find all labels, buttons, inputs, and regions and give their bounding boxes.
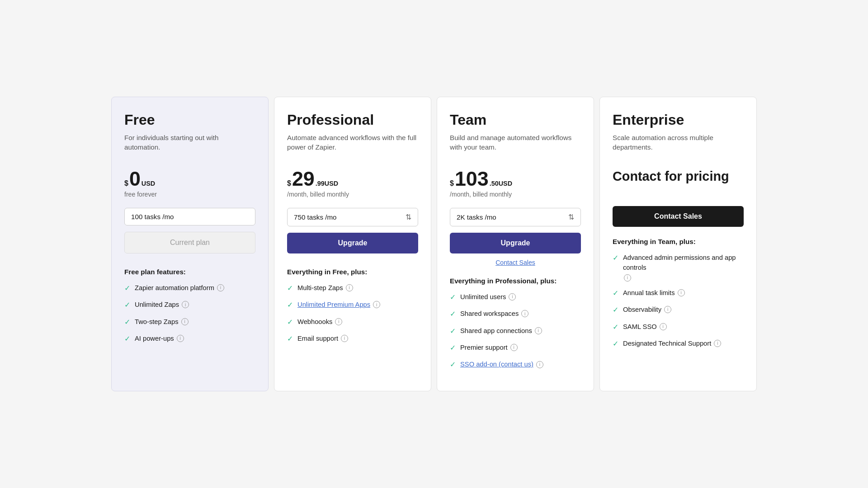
plan-pro-usd: .99USD: [316, 180, 338, 187]
check-icon-team-1: ✓: [450, 292, 456, 302]
info-icon-ent-4[interactable]: i: [660, 323, 667, 330]
plan-team-dollar: $: [450, 180, 454, 187]
info-icon-ent-2[interactable]: i: [678, 289, 685, 296]
check-icon-ent-4: ✓: [613, 322, 618, 332]
info-icon-ent-5[interactable]: i: [714, 340, 721, 347]
feature-free-2-text: Unlimited Zaps: [135, 300, 179, 310]
plan-enterprise-desc: Scale automation across multiple departm…: [613, 133, 744, 158]
feature-enterprise-5: ✓ Designated Technical Support i: [613, 338, 744, 349]
plan-team-features: Everything in Professional, plus: ✓ Unli…: [450, 277, 581, 376]
feature-enterprise-3: ✓ Observability i: [613, 305, 744, 315]
plan-professional: Professional Automate advanced workflows…: [274, 97, 431, 391]
plan-enterprise-features-label: Everything in Team, plus:: [613, 238, 744, 245]
plan-free-tasks-label: 100 tasks /mo: [131, 213, 174, 221]
feature-free-1-text: Zapier automation platform: [135, 283, 214, 293]
plan-team-usd: .50USD: [490, 180, 512, 187]
feature-pro-1: ✓ Multi-step Zaps i: [287, 283, 418, 293]
team-contact-sales-link[interactable]: Contact Sales: [450, 259, 581, 266]
info-icon-ent-1[interactable]: i: [624, 274, 631, 282]
team-upgrade-button[interactable]: Upgrade: [450, 233, 581, 253]
plan-team-tasks-label: 2K tasks /mo: [457, 213, 496, 221]
info-icon-4[interactable]: i: [177, 335, 184, 342]
feature-enterprise-2: ✓ Annual task limits i: [613, 288, 744, 298]
enterprise-contact-sales-button[interactable]: Contact Sales: [613, 206, 744, 227]
info-icon-pro-2[interactable]: i: [373, 301, 380, 308]
info-icon-team-2[interactable]: i: [521, 310, 528, 317]
plan-team-name: Team: [450, 112, 581, 128]
plan-pro-price-section: $ 29 .99USD /month, billed monthly: [287, 169, 418, 198]
plan-pro-features-label: Everything in Free, plus:: [287, 268, 418, 276]
feature-enterprise-1-text: Advanced admin permissions and app contr…: [623, 253, 744, 272]
check-icon-ent-1: ✓: [613, 253, 618, 263]
info-icon-pro-3[interactable]: i: [335, 318, 342, 325]
feature-enterprise-2-text: Annual task limits: [623, 288, 675, 298]
feature-team-5: ✓ SSO add-on (contact us) i: [450, 359, 581, 370]
plan-free-price-display: $ 0 USD: [124, 169, 255, 189]
check-icon-team-5: ✓: [450, 360, 456, 370]
chevron-icon-pro: ⇅: [406, 213, 411, 221]
plan-free-price-section: $ 0 USD free forever: [124, 169, 255, 198]
plan-free-name: Free: [124, 112, 255, 128]
info-icon-2[interactable]: i: [182, 301, 189, 308]
feature-pro-3-text: Webhoooks: [297, 317, 332, 327]
feature-team-1-text: Unlimited users: [460, 292, 506, 302]
plan-enterprise: Enterprise Scale automation across multi…: [599, 97, 757, 391]
plan-team-amount: 103: [455, 169, 489, 189]
feature-team-3: ✓ Shared app connections i: [450, 326, 581, 336]
feature-enterprise-4-text: SAML SSO: [623, 322, 657, 332]
plan-free-amount: 0: [129, 169, 141, 189]
check-icon-pro-1: ✓: [287, 283, 293, 293]
check-icon-ent-2: ✓: [613, 288, 618, 298]
plan-enterprise-name: Enterprise: [613, 112, 744, 128]
plan-team-features-label: Everything in Professional, plus:: [450, 277, 581, 285]
pro-upgrade-button[interactable]: Upgrade: [287, 233, 418, 253]
info-icon-pro-4[interactable]: i: [341, 335, 348, 342]
feature-enterprise-5-text: Designated Technical Support: [623, 338, 711, 348]
feature-free-3: ✓ Two-step Zaps i: [124, 317, 255, 327]
plan-pro-name: Professional: [287, 112, 418, 128]
plan-free-period: free forever: [124, 191, 255, 198]
feature-team-4: ✓ Premier support i: [450, 343, 581, 353]
check-icon-4: ✓: [124, 334, 130, 344]
info-icon-3[interactable]: i: [181, 318, 189, 325]
info-icon-team-1[interactable]: i: [509, 293, 516, 300]
check-icon-ent-3: ✓: [613, 305, 618, 315]
check-icon-team-3: ✓: [450, 326, 456, 336]
check-icon-team-4: ✓: [450, 343, 456, 353]
info-icon-team-3[interactable]: i: [535, 327, 542, 334]
info-icon-team-5[interactable]: i: [536, 361, 543, 368]
plan-free-features-label: Free plan features:: [124, 268, 255, 276]
feature-pro-4: ✓ Email support i: [287, 333, 418, 344]
feature-free-4-text: AI power-ups: [135, 333, 174, 343]
plan-pro-amount: 29: [292, 169, 315, 189]
plan-pro-tasks-label: 750 tasks /mo: [294, 213, 337, 221]
feature-pro-2: ✓ Unlimited Premium Apps i: [287, 300, 418, 310]
info-icon-team-4[interactable]: i: [510, 344, 518, 351]
plan-team-tasks-selector[interactable]: 2K tasks /mo ⇅: [450, 208, 581, 226]
feature-free-4: ✓ AI power-ups i: [124, 333, 255, 344]
feature-enterprise-1: ✓ Advanced admin permissions and app con…: [613, 253, 744, 282]
plan-team: Team Build and manage automated workflow…: [437, 97, 594, 391]
plan-team-period: /month, billed monthly: [450, 191, 581, 198]
feature-free-1: ✓ Zapier automation platform i: [124, 283, 255, 293]
info-icon-1[interactable]: i: [217, 284, 224, 291]
plan-pro-dollar: $: [287, 180, 291, 187]
sso-addon-link[interactable]: SSO add-on (contact us): [460, 359, 533, 369]
info-icon-ent-3[interactable]: i: [664, 306, 671, 313]
info-icon-pro-1[interactable]: i: [346, 284, 353, 291]
plan-free-features: Free plan features: ✓ Zapier automation …: [124, 268, 255, 376]
feature-enterprise-3-text: Observability: [623, 305, 661, 314]
plan-pro-features: Everything in Free, plus: ✓ Multi-step Z…: [287, 268, 418, 376]
plan-pro-tasks-selector[interactable]: 750 tasks /mo ⇅: [287, 208, 418, 226]
plan-enterprise-features: Everything in Team, plus: ✓ Advanced adm…: [613, 238, 744, 376]
unlimited-premium-apps-link[interactable]: Unlimited Premium Apps: [297, 300, 370, 310]
feature-pro-1-text: Multi-step Zaps: [297, 283, 343, 293]
plan-pro-desc: Automate advanced workflows with the ful…: [287, 133, 418, 158]
feature-free-3-text: Two-step Zaps: [135, 317, 179, 327]
pricing-container: Free For individuals starting out with a…: [108, 97, 760, 391]
plan-free-tasks: 100 tasks /mo: [124, 208, 255, 225]
check-icon-pro-4: ✓: [287, 334, 293, 344]
plan-team-price-section: $ 103 .50USD /month, billed monthly: [450, 169, 581, 198]
check-icon-pro-3: ✓: [287, 317, 293, 327]
plan-enterprise-contact-pricing: Contact for pricing: [613, 169, 744, 184]
